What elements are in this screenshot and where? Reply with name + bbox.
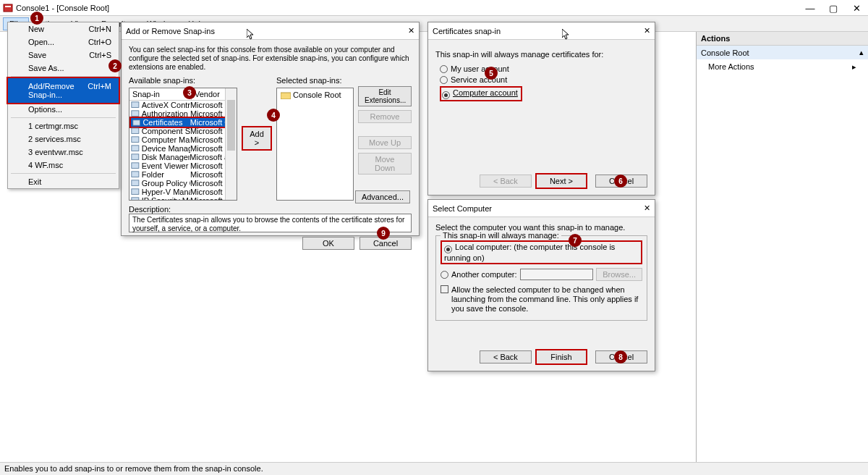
minimize-button[interactable]: — xyxy=(799,0,822,16)
allow-change-label: Allow the selected computer to be change… xyxy=(451,285,642,314)
scrollbar[interactable] xyxy=(225,88,237,200)
menu-item-options[interactable]: Options... xyxy=(8,103,119,116)
svg-rect-10 xyxy=(132,172,139,177)
svg-rect-9 xyxy=(132,163,139,169)
snapin-icon xyxy=(131,136,140,144)
menu-item-new[interactable]: NewCtrl+N xyxy=(8,22,119,35)
svg-rect-13 xyxy=(132,198,139,201)
selected-snapins-list[interactable]: Console Root xyxy=(276,88,354,201)
step-badge-5: 5 xyxy=(485,67,498,80)
menu-recent-3[interactable]: 3 eventvwr.msc xyxy=(8,146,119,159)
snapin-icon xyxy=(131,171,140,179)
status-bar: Enables you to add snap-ins to or remove… xyxy=(0,462,868,475)
close-icon[interactable]: ✕ xyxy=(644,26,650,35)
actions-root-label: Console Root xyxy=(701,49,749,57)
snapin-icon xyxy=(132,119,140,127)
dialog-description: You can select snap-ins for this console… xyxy=(129,46,412,72)
actions-console-root[interactable]: Console Root ▴ xyxy=(697,46,868,59)
step-badge-7: 7 xyxy=(569,234,582,247)
snapin-icon xyxy=(131,101,140,109)
dialog-title: Add or Remove Snap-ins xyxy=(126,27,215,35)
radio-computer-account[interactable]: Computer account xyxy=(440,86,522,101)
menu-recent-4[interactable]: 4 WF.msc xyxy=(8,159,119,172)
add-button[interactable]: Add > xyxy=(242,126,272,151)
description-box: The Certificates snap-in allows you to b… xyxy=(129,214,412,232)
allow-change-checkbox[interactable] xyxy=(441,285,448,293)
snapin-row[interactable]: Computer Managem...Microsoft Cor... xyxy=(129,135,237,144)
snapin-icon xyxy=(131,154,140,161)
snapin-row[interactable]: FolderMicrosoft Cor... xyxy=(129,170,237,179)
svg-rect-12 xyxy=(132,189,139,195)
available-snapins-list[interactable]: Snap-in Vendor ActiveX ControlMicrosoft … xyxy=(129,88,237,201)
snapin-row[interactable]: Group Policy Object ...Microsoft Cor... xyxy=(129,179,237,188)
snapin-row[interactable]: Event ViewerMicrosoft Cor... xyxy=(129,161,237,170)
snapin-row[interactable]: Component ServicesMicrosoft Cor... xyxy=(129,127,237,135)
certsnap-blurb: This snap-in will always manage certific… xyxy=(435,50,647,59)
radio-local-computer[interactable]: Local computer: (the computer this conso… xyxy=(441,240,642,264)
snapin-icon xyxy=(131,127,140,135)
dialog-title: Certificates snap-in xyxy=(433,27,501,35)
chevron-up-icon: ▴ xyxy=(859,48,864,57)
advanced-button[interactable]: Advanced... xyxy=(355,190,410,203)
menu-item-open[interactable]: Open...Ctrl+O xyxy=(8,35,119,49)
svg-rect-1 xyxy=(5,6,11,7)
selected-snapins-label: Selected snap-ins: xyxy=(276,76,354,85)
available-snapins-label: Available snap-ins: xyxy=(129,76,237,85)
finish-button[interactable]: Finish xyxy=(535,349,587,365)
selected-root-row[interactable]: Console Root xyxy=(279,91,351,99)
actions-pane: Actions Console Root ▴ More Actions ▸ xyxy=(696,32,868,462)
menu-item-add-remove-snapin[interactable]: Add/Remove Snap-in...Ctrl+M xyxy=(7,77,120,104)
close-icon[interactable]: ✕ xyxy=(408,26,414,35)
step-badge-9: 9 xyxy=(377,227,390,240)
step-badge-2: 2 xyxy=(109,59,122,72)
step-badge-8: 8 xyxy=(614,350,627,363)
chevron-right-icon: ▸ xyxy=(852,62,856,72)
svg-rect-15 xyxy=(281,93,291,99)
svg-rect-2 xyxy=(132,102,139,108)
snapin-row[interactable]: Hyper-V ManagerMicrosoft Cor... xyxy=(129,188,237,196)
move-up-button: Move Up xyxy=(358,136,412,149)
radio-my-user-account[interactable]: My user account xyxy=(440,64,647,73)
svg-rect-0 xyxy=(4,4,12,12)
menu-item-exit[interactable]: Exit xyxy=(8,175,119,188)
title-bar: Console1 - [Console Root] — ▢ ✕ xyxy=(0,0,868,16)
menu-item-save-as[interactable]: Save As... xyxy=(8,62,119,75)
snapin-row[interactable]: Disk ManagementMicrosoft and... xyxy=(129,153,237,161)
step-badge-1: 1 xyxy=(30,12,43,25)
snapin-icon xyxy=(131,145,140,153)
svg-rect-8 xyxy=(132,154,139,159)
menu-item-save[interactable]: SaveCtrl+S xyxy=(8,49,119,62)
back-button[interactable]: < Back xyxy=(480,350,532,363)
close-icon[interactable]: ✕ xyxy=(644,203,650,213)
close-button[interactable]: ✕ xyxy=(845,0,868,16)
menu-recent-2[interactable]: 2 services.msc xyxy=(8,133,119,146)
snapin-icon xyxy=(131,188,140,196)
step-badge-4: 4 xyxy=(267,109,280,122)
select-computer-dialog: Select Computer ✕ Select the computer yo… xyxy=(427,199,655,371)
snapin-icon xyxy=(131,110,140,118)
svg-rect-4 xyxy=(133,119,140,125)
radio-another-computer[interactable]: Another computer: xyxy=(441,270,517,279)
actions-more-label: More Actions xyxy=(708,62,754,72)
move-down-button: Move Down xyxy=(358,153,412,175)
svg-rect-3 xyxy=(132,111,139,117)
menu-recent-1[interactable]: 1 certmgr.msc xyxy=(8,119,119,133)
svg-rect-7 xyxy=(132,146,139,151)
next-button[interactable]: Next > xyxy=(535,173,587,189)
file-menu-dropdown: NewCtrl+N Open...Ctrl+O SaveCtrl+S Save … xyxy=(7,22,119,189)
snapin-row[interactable]: Device ManagerMicrosoft Cor... xyxy=(129,144,237,153)
another-computer-input xyxy=(520,269,594,280)
ok-button[interactable]: OK xyxy=(302,237,354,250)
edit-extensions-button[interactable]: Edit Extensions... xyxy=(358,86,412,106)
snapin-row[interactable]: IP Security MonitorMicrosoft Cor... xyxy=(129,196,237,201)
maximize-button[interactable]: ▢ xyxy=(822,0,845,16)
snapin-icon xyxy=(131,197,140,201)
snapin-row[interactable]: ActiveX ControlMicrosoft Cor... xyxy=(129,101,237,109)
actions-more-actions[interactable]: More Actions ▸ xyxy=(697,59,868,75)
step-badge-3: 3 xyxy=(183,86,196,99)
remove-button: Remove xyxy=(358,110,412,123)
description-label: Description: xyxy=(129,205,412,214)
radio-service-account[interactable]: Service account xyxy=(440,75,647,84)
col-snapin[interactable]: Snap-in xyxy=(129,88,192,100)
snapin-row[interactable]: Authorization ManagerMicrosoft Cor... xyxy=(129,109,237,118)
